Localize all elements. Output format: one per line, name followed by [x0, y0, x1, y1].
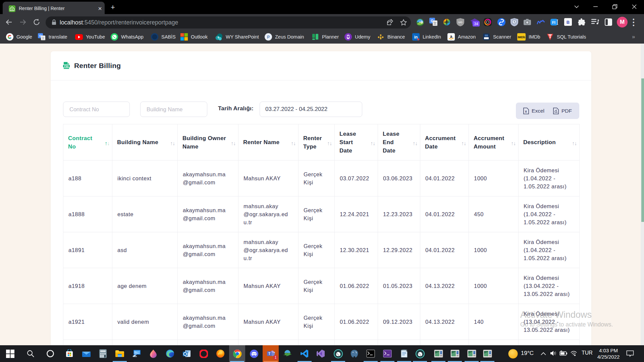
svg-text:FI: FI — [552, 20, 555, 24]
svg-text:T: T — [268, 352, 270, 355]
svg-text:IMDb: IMDb — [518, 36, 525, 39]
svg-text:in: in — [414, 35, 418, 40]
svg-text:B: B — [567, 20, 570, 25]
svg-text:UO: UO — [459, 21, 463, 24]
svg-text:文: 文 — [433, 21, 437, 25]
svg-text:x: x — [525, 110, 527, 113]
svg-text:P: P — [267, 35, 270, 40]
svg-text:s: s — [217, 36, 219, 39]
svg-text:文: 文 — [42, 37, 45, 40]
svg-text:a: a — [450, 34, 452, 39]
svg-text:PSD: PSD — [64, 65, 69, 67]
